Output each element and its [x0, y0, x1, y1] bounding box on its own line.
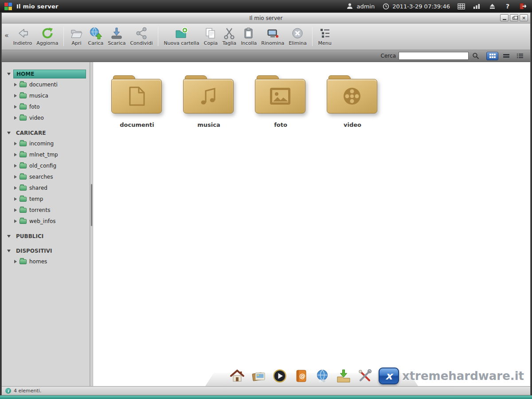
toolbar-label: Elimina	[289, 40, 307, 46]
toolbar-button-copia[interactable]: Copia	[201, 26, 220, 47]
folder-icon	[20, 219, 27, 224]
toolbar-label: Incolla	[241, 40, 257, 46]
restore-button[interactable]	[510, 14, 518, 21]
chevron-down-icon[interactable]	[7, 132, 11, 134]
minimize-button[interactable]	[500, 14, 509, 21]
toolbar-button-nuova-cartella[interactable]: Nuova cartella	[161, 26, 201, 47]
chevron-right-icon[interactable]	[14, 186, 17, 190]
item-label: web_infos	[29, 218, 56, 224]
sidebar-item-incoming[interactable]: incoming	[2, 138, 90, 149]
sidebar-section-pubblici[interactable]: PUBBLICI	[2, 231, 90, 241]
eject-icon[interactable]	[488, 2, 497, 10]
toolbar-button-apri[interactable]: Apri	[67, 26, 86, 47]
folder-tile-video[interactable]: video	[319, 75, 386, 128]
photos-dock-icon[interactable]	[251, 369, 266, 383]
collapse-toolbar-chevron[interactable]: «	[4, 31, 11, 45]
home-dock-icon[interactable]	[230, 369, 245, 383]
folder-body	[327, 79, 377, 113]
sidebar-item-musica[interactable]: musica	[2, 90, 90, 101]
toolbar-button-condividi[interactable]: Condividi	[128, 26, 155, 47]
chevron-right-icon[interactable]	[14, 105, 17, 109]
chevron-right-icon[interactable]	[14, 116, 17, 120]
compact-view-button[interactable]	[500, 52, 512, 60]
chevron-right-icon[interactable]	[14, 208, 17, 212]
network-dock-icon[interactable]	[315, 369, 330, 383]
chevron-right-icon[interactable]	[14, 164, 17, 168]
chevron-down-icon[interactable]	[7, 235, 11, 238]
chevron-right-icon[interactable]	[14, 83, 17, 86]
sidebar-scrollbar[interactable]	[90, 62, 93, 386]
folder-tile-musica[interactable]: musica	[176, 75, 242, 128]
logo-square-blue	[8, 3, 12, 6]
sidebar-item-torrents[interactable]: torrents	[2, 204, 90, 215]
clock-icon	[381, 2, 390, 10]
sidebar-item-searches[interactable]: searches	[2, 171, 90, 182]
sidebar-section-home[interactable]: HOME	[2, 69, 90, 79]
back-icon	[16, 26, 30, 40]
list-view-button[interactable]	[514, 52, 526, 60]
user-menu[interactable]: admin	[345, 2, 375, 10]
sidebar-item-old-config[interactable]: old_config	[2, 160, 90, 171]
toolbar-button-elimina[interactable]: Elimina	[286, 26, 309, 47]
rename-icon	[266, 26, 280, 40]
tools-dock-icon[interactable]	[357, 369, 372, 383]
help-icon[interactable]: ?	[503, 2, 512, 10]
item-label: old_config	[29, 163, 56, 169]
toolbar-button-menu[interactable]: Menu	[316, 26, 334, 47]
media-player-dock-icon[interactable]	[272, 369, 287, 383]
toolbar-button-aggiorna[interactable]: Aggiorna	[34, 26, 60, 47]
search-icon[interactable]	[471, 51, 480, 60]
icon-view-button[interactable]	[486, 52, 498, 60]
contacts-dock-icon[interactable]: @	[293, 369, 309, 383]
logout-icon[interactable]	[519, 2, 528, 10]
chevron-right-icon[interactable]	[14, 219, 17, 223]
toolbar-button-scarica[interactable]: Scarica	[106, 26, 128, 47]
window-titlebar[interactable]: Il mio server ×	[2, 13, 530, 23]
scrollbar-thumb[interactable]	[91, 184, 92, 226]
sidebar-item-temp[interactable]: temp	[2, 193, 90, 204]
toolbar-button-taglia[interactable]: Taglia	[220, 26, 239, 47]
sidebar-item-video[interactable]: video	[2, 112, 90, 123]
close-button[interactable]: ×	[520, 14, 528, 21]
info-icon: i	[5, 388, 11, 394]
chevron-down-icon[interactable]	[7, 250, 11, 252]
folder-icon	[20, 164, 27, 168]
apps-table-icon[interactable]	[457, 2, 466, 10]
toolbar-button-indietro[interactable]: Indietro	[11, 26, 34, 47]
chevron-right-icon[interactable]	[14, 197, 17, 201]
folder-tile-documenti[interactable]: documenti	[104, 75, 170, 128]
chevron-right-icon[interactable]	[14, 175, 17, 179]
folder-icon	[20, 116, 27, 121]
downloads-dock-icon[interactable]	[336, 369, 351, 383]
folder-icon	[20, 82, 27, 87]
download-icon	[110, 26, 124, 40]
sidebar-item-shared[interactable]: shared	[2, 182, 90, 193]
sidebar-item-mlnet-tmp[interactable]: mlnet_tmp	[2, 149, 90, 160]
sidebar-item-homes[interactable]: homes	[2, 256, 90, 267]
chevron-right-icon[interactable]	[14, 153, 17, 156]
toolbar-button-incolla[interactable]: Incolla	[239, 26, 259, 47]
share-icon	[134, 26, 149, 40]
stats-icon[interactable]	[472, 2, 481, 10]
toolbar-label: Rinomina	[261, 40, 284, 46]
sidebar-item-documenti[interactable]: documenti	[2, 79, 90, 90]
cut-scissors-icon	[222, 26, 236, 40]
search-input[interactable]	[399, 52, 469, 60]
chevron-right-icon[interactable]	[14, 260, 17, 263]
toolbar-label: Menu	[318, 40, 332, 46]
sidebar-tree: HOME documenti musica foto	[2, 62, 90, 386]
big-folder-icon	[327, 75, 378, 114]
chevron-right-icon[interactable]	[14, 94, 17, 98]
sidebar-item-foto[interactable]: foto	[2, 101, 90, 112]
toolbar-label: Condividi	[130, 40, 153, 46]
toolbar-button-rinomina[interactable]: Rinomina	[259, 26, 286, 47]
paste-clipboard-icon	[242, 26, 256, 40]
toolbar-button-carica[interactable]: Carica	[86, 26, 106, 47]
sidebar-section-dispositivi[interactable]: DISPOSITIVI	[2, 246, 90, 256]
copy-icon	[203, 26, 218, 40]
chevron-right-icon[interactable]	[14, 142, 17, 145]
sidebar-item-web-infos[interactable]: web_infos	[2, 215, 90, 227]
folder-tile-foto[interactable]: foto	[247, 75, 314, 128]
sidebar-section-caricare[interactable]: CARICARE	[2, 128, 90, 138]
chevron-down-icon[interactable]	[7, 73, 11, 75]
